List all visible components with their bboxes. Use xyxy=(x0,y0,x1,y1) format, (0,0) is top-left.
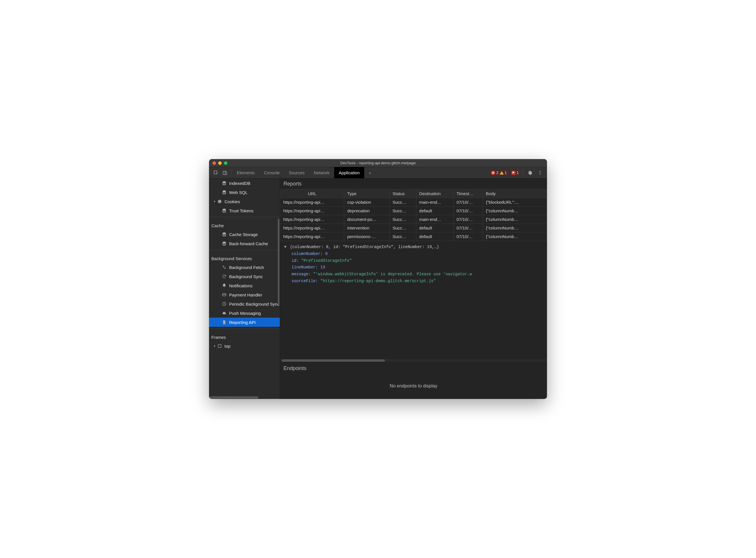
sidebar-item-top[interactable]: top xyxy=(209,341,280,351)
settings-icon[interactable] xyxy=(525,168,534,177)
table-row[interactable]: https://reporting-api…deprecationSucc…de… xyxy=(281,207,547,215)
sidebar-item-label: Trust Tokens xyxy=(229,208,253,213)
maximize-window-button[interactable] xyxy=(224,161,227,165)
table-cell-status: Succ… xyxy=(389,215,416,224)
sidebar-item-label: Notifications xyxy=(229,283,252,288)
sidebar-horizontal-scrollbar[interactable] xyxy=(209,396,280,399)
endpoints-section-title: Endpoints xyxy=(280,362,547,373)
tab-network[interactable]: Network xyxy=(309,167,334,178)
sidebar-group-frames: Frames xyxy=(209,330,280,341)
sidebar-group-background-services: Background Services xyxy=(209,252,280,263)
sync-icon xyxy=(222,274,227,279)
expand-triangle-icon[interactable]: ▼ xyxy=(284,244,288,251)
table-cell-timestamp: 07/10/… xyxy=(454,198,483,207)
sidebar-item-background-sync[interactable]: Background Sync xyxy=(209,272,280,281)
main-panel: Reports URLTypeStatusDestinationTimest…B… xyxy=(280,179,547,399)
scrollbar-thumb[interactable] xyxy=(210,396,258,399)
detail-value: "'window.webkitStorageInfo' is deprecate… xyxy=(313,272,472,276)
sidebar-item-payment-handler[interactable]: Payment Handler xyxy=(209,290,280,299)
detail-key: sourceFile: xyxy=(292,279,318,283)
expand-triangle-icon[interactable] xyxy=(213,345,217,347)
table-row[interactable]: https://reporting-api…document-po…Succ…m… xyxy=(281,215,547,224)
sidebar-item-notifications[interactable]: Notifications xyxy=(209,281,280,290)
database-icon xyxy=(222,190,227,195)
svg-rect-2 xyxy=(225,172,227,175)
sidebar-vertical-scrollbar[interactable] xyxy=(278,219,279,304)
table-cell-body: {"columnNumb… xyxy=(483,207,547,215)
svg-point-12 xyxy=(219,202,220,202)
table-cell-body: {"columnNumb… xyxy=(483,215,547,224)
database-icon xyxy=(222,241,227,246)
sidebar-item-back-forward-cache[interactable]: Back-forward Cache xyxy=(209,239,280,248)
console-counts-chip[interactable]: ✕ 2 1 xyxy=(489,170,508,175)
tab-elements[interactable]: Elements xyxy=(232,167,260,178)
sidebar-group-cache: Cache xyxy=(209,219,280,230)
table-cell-type: permissions-… xyxy=(344,232,389,241)
more-menu-icon[interactable] xyxy=(536,168,545,177)
device-toolbar-icon[interactable] xyxy=(220,168,230,177)
tab-sources[interactable]: Sources xyxy=(284,167,309,178)
sidebar-item-label: Background Fetch xyxy=(229,265,264,270)
scrollbar-thumb[interactable] xyxy=(282,359,385,362)
table-cell-type: intervention xyxy=(344,224,389,232)
sidebar-item-background-fetch[interactable]: Background Fetch xyxy=(209,263,280,272)
endpoints-empty-state: No endpoints to display xyxy=(280,373,547,399)
inspect-element-icon[interactable] xyxy=(211,168,220,177)
sidebar-item-reporting-api[interactable]: Reporting API xyxy=(209,318,280,327)
sidebar-item-periodic-background-sync[interactable]: Periodic Background Sync xyxy=(209,299,280,308)
table-cell-destination: default xyxy=(416,224,453,232)
sidebar-item-label: Push Messaging xyxy=(229,311,261,315)
table-row[interactable]: https://reporting-api…csp-violationSucc…… xyxy=(281,198,547,207)
updown-icon xyxy=(222,265,227,270)
main-horizontal-scrollbar[interactable] xyxy=(280,358,547,362)
sidebar-item-cache-storage[interactable]: Cache Storage xyxy=(209,230,280,239)
sidebar-item-label: Background Sync xyxy=(229,274,263,279)
reports-column-header[interactable]: Type xyxy=(344,189,389,198)
toolbar: Elements Console Sources Network Applica… xyxy=(209,167,547,179)
error-count: 2 xyxy=(496,171,498,175)
table-cell-body: {"columnNumb… xyxy=(483,224,547,232)
clock-icon xyxy=(222,301,227,306)
reports-column-header[interactable]: Timest… xyxy=(454,189,483,198)
detail-summary[interactable]: {columnNumber: 8, id: "PrefixedStorageIn… xyxy=(290,245,439,249)
reports-column-header[interactable]: URL xyxy=(281,189,344,198)
svg-point-5 xyxy=(540,174,541,175)
minimize-window-button[interactable] xyxy=(218,161,222,165)
frame-icon xyxy=(217,344,222,349)
sidebar-item-label: Back-forward Cache xyxy=(229,241,268,246)
table-row[interactable]: https://reporting-api…interventionSucc…d… xyxy=(281,224,547,232)
sidebar-item-web-sql[interactable]: Web SQL xyxy=(209,188,280,197)
table-cell-body: {"blockedURL":… xyxy=(483,198,547,207)
tab-more[interactable]: » xyxy=(364,167,376,178)
sidebar-item-push-messaging[interactable]: Push Messaging xyxy=(209,308,280,318)
close-window-button[interactable] xyxy=(213,161,216,165)
bell-icon xyxy=(222,283,227,288)
issues-chip[interactable]: ⚑ 1 xyxy=(510,170,520,175)
sidebar-item-label: Cache Storage xyxy=(229,232,258,237)
sidebar-item-cookies[interactable]: Cookies xyxy=(209,197,280,206)
warning-icon xyxy=(500,171,504,175)
svg-point-9 xyxy=(219,201,219,201)
table-cell-destination: main-end… xyxy=(416,198,453,207)
sidebar-item-indexeddb[interactable]: IndexedDB xyxy=(209,179,280,188)
reports-column-header[interactable]: Body xyxy=(483,189,547,198)
file-icon xyxy=(222,320,227,325)
expand-triangle-icon[interactable] xyxy=(213,200,217,203)
issues-count: 1 xyxy=(517,171,519,175)
table-row[interactable]: https://reporting-api…permissions-…Succ…… xyxy=(281,232,547,241)
tab-console[interactable]: Console xyxy=(260,167,284,178)
detail-key: lineNumber: xyxy=(292,265,318,270)
reports-column-header[interactable]: Status xyxy=(389,189,416,198)
sidebar-item-label: Reporting API xyxy=(229,320,256,325)
table-cell-timestamp: 07/10/… xyxy=(454,215,483,224)
sidebar-item-trust-tokens[interactable]: Trust Tokens xyxy=(209,206,280,215)
svg-point-3 xyxy=(540,171,541,172)
detail-value: 8 xyxy=(325,252,327,256)
table-cell-status: Succ… xyxy=(389,224,416,232)
svg-rect-16 xyxy=(222,294,226,296)
reports-column-header[interactable]: Destination xyxy=(416,189,453,198)
table-cell-type: document-po… xyxy=(344,215,389,224)
svg-point-4 xyxy=(540,172,541,173)
window-title: DevTools - reporting-api-demo.glitch.me/… xyxy=(209,161,547,165)
tab-application[interactable]: Application xyxy=(334,167,364,178)
